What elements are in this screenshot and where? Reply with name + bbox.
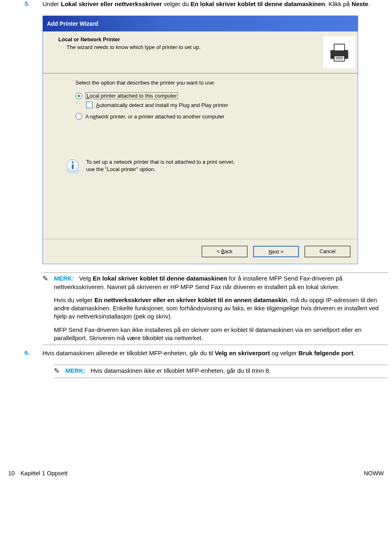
merk-label: MERK: [65,367,85,374]
svg-rect-2 [334,56,344,61]
step-6: 6. Hvis datamaskinen allerede er tilkobl… [4,349,388,357]
checkbox-icon [86,102,93,108]
radio-network-printer[interactable]: A network printer, or a printer attached… [76,113,325,120]
dialog-header: Local or Network Printer The wizard need… [43,31,358,73]
dialog-title: Add Printer Wizard [47,20,98,27]
step-6-text: Hvis datamaskinen allerede er tilkoblet … [42,349,388,357]
radio-local-printer-label: Local printer attached to this computer [85,92,178,99]
dialog-header-title: Local or Network Printer [58,36,323,42]
note-block-2: ✎ MERK: Hvis datamaskinen ikke er tilkob… [54,365,388,378]
page-footer: 10 Kapittel 1 Oppsett NOWW [4,470,388,485]
next-button[interactable]: Next > [253,246,299,257]
info-text: To set up a network printer that is not … [86,158,234,173]
dialog-titlebar: Add Printer Wizard [43,16,358,31]
info-row: To set up a network printer that is not … [65,158,325,174]
note1-p3: MFP Send Fax-driveren kan ikke installer… [54,326,388,343]
note2-text: Hvis datamaskinen ikke er tilkoblet MFP-… [91,367,271,374]
dialog-prompt: Select the option that describes the pri… [76,80,325,86]
dialog-body: Select the option that describes the pri… [43,73,358,239]
page-number: 10 [8,470,15,477]
printer-icon [323,36,355,68]
merk-label: MERK: [54,275,74,282]
note-icon: ✎ [42,274,48,284]
add-printer-wizard-dialog: Add Printer Wizard Local or Network Prin… [42,16,358,264]
radio-local-printer[interactable]: Local printer attached to this computer [76,92,325,99]
footer-right: NOWW [364,470,384,477]
cancel-button[interactable]: Cancel [305,246,350,257]
note-icon: ✎ [54,367,60,376]
dialog-header-subtitle: The wizard needs to know which type of p… [58,44,323,50]
radio-button-selected-icon [76,93,82,99]
dialog-button-row: < Back Next > Cancel [43,239,358,264]
svg-point-7 [72,161,74,163]
step-5: 5. Under Lokal skriver eller nettverkssk… [4,0,388,8]
info-icon [65,158,80,174]
svg-rect-8 [72,165,74,169]
note1-p1: MERK: Velg En lokal skriver koblet til d… [54,274,388,291]
step-number-6: 6. [24,349,30,356]
back-button[interactable]: < Back [202,246,247,257]
radio-network-printer-label: A network printer, or a printer attached… [85,114,224,120]
note-block-1: ✎ MERK: Velg En lokal skriver koblet til… [42,272,388,345]
note1-p2: Hvis du velger En nettverksskriver eller… [54,296,388,321]
step-5-text: Under Lokal skriver eller nettverksskriv… [42,0,388,8]
checkbox-auto-detect[interactable]: Automatically detect and install my Plug… [86,102,325,108]
checkbox-auto-detect-label: Automatically detect and install my Plug… [96,102,228,108]
radio-button-icon [76,113,82,120]
chapter-title: Kapittel 1 Oppsett [20,470,67,477]
svg-rect-1 [334,44,344,51]
step-number-5: 5. [24,0,30,7]
